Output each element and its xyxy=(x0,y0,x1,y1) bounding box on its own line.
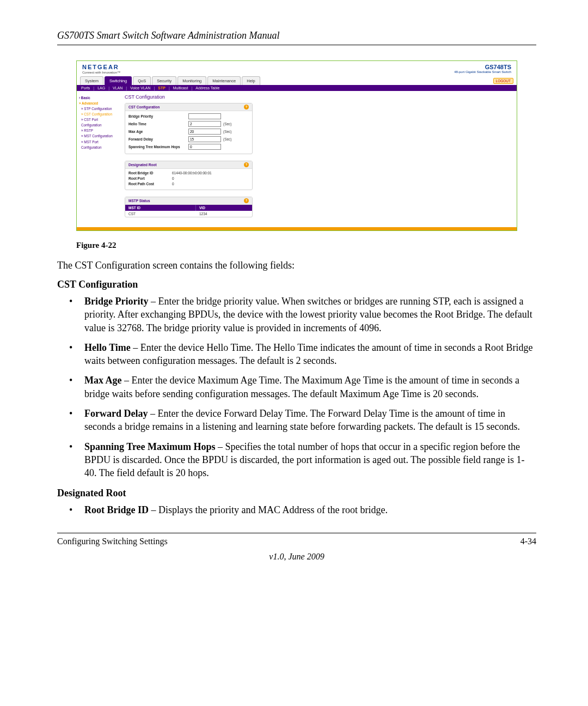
section-designated-root: Designated Root xyxy=(57,488,536,499)
sidebar-item-mst-port[interactable]: » MST Port Configuration xyxy=(79,139,118,150)
help-icon[interactable]: ? xyxy=(244,162,249,167)
lead-paragraph: The CST Configuration screen contains th… xyxy=(57,260,536,271)
hello-time-label: Hello Time xyxy=(128,122,188,126)
sidebar-basic[interactable]: › Basic xyxy=(79,95,118,101)
tab-qos[interactable]: QoS xyxy=(133,76,151,85)
logout-button[interactable]: LOGOUT xyxy=(493,78,513,84)
page-title: CST Configuration xyxy=(125,94,512,100)
footer: Configuring Switching Settings 4-34 xyxy=(57,533,536,546)
footer-stripe xyxy=(77,227,517,230)
def-max-hops: Spanning Tree Maximum Hops – Specifies t… xyxy=(79,440,536,480)
footer-page: 4-34 xyxy=(520,537,536,546)
help-icon[interactable]: ? xyxy=(244,105,249,109)
doc-title: GS700TS Smart Switch Software Administra… xyxy=(57,30,536,45)
section-cst-config: CST Configuration xyxy=(57,279,536,290)
tab-switching[interactable]: Switching xyxy=(105,76,132,85)
sidebar: › Basic » Advanced » STP Configuration »… xyxy=(77,91,120,227)
max-hops-input[interactable] xyxy=(188,144,221,150)
sidebar-item-stp-config[interactable]: » STP Configuration xyxy=(79,106,118,112)
sidebar-item-cst-port[interactable]: » CST Port Configuration xyxy=(79,117,118,128)
tab-maintenance[interactable]: Maintenance xyxy=(207,76,241,85)
netgear-logo: NETGEAR xyxy=(82,64,120,70)
cst-definitions: Bridge Priority – Enter the bridge prior… xyxy=(57,295,536,480)
max-hops-label: Spanning Tree Maximum Hops xyxy=(128,145,188,149)
sidebar-item-cst-config[interactable]: » CST Configuration xyxy=(79,112,118,117)
product-model: GS748TS xyxy=(454,64,511,70)
footer-section: Configuring Switching Settings xyxy=(57,537,168,546)
hello-time-unit: (Sec) xyxy=(223,122,232,126)
mstp-col-mstid: MST ID xyxy=(125,205,196,211)
forward-delay-unit: (Sec) xyxy=(223,137,232,141)
subnav-voicevlan[interactable]: Voice VLAN xyxy=(130,86,150,90)
def-max-age: Max Age – Enter the device Maximum Age T… xyxy=(79,374,536,400)
root-path-cost-value: 0 xyxy=(172,182,174,186)
root-path-cost-label: Root Path Cost xyxy=(128,182,172,186)
max-age-input[interactable] xyxy=(188,129,221,135)
tab-system[interactable]: System xyxy=(80,76,103,85)
root-port-label: Root Port xyxy=(128,176,172,180)
mstp-col-vid: VID xyxy=(196,205,252,211)
root-panel-head: Designated Root xyxy=(128,163,157,167)
root-bridge-id-value: 61440-00:00:b0:00:00:01 xyxy=(172,171,212,175)
main-tabs: System Switching QoS Security Monitoring… xyxy=(77,76,517,85)
footer-version: v1.0, June 2009 xyxy=(57,552,536,562)
bridge-priority-label: Bridge Priority xyxy=(128,114,188,118)
root-bridge-id-label: Root Bridge ID xyxy=(128,171,172,175)
sidebar-item-mst-config[interactable]: » MST Configuration xyxy=(79,133,118,139)
subnav-lag[interactable]: LAG xyxy=(97,86,105,90)
mstp-status-panel: MSTP Status ? MST ID VID CST 1234 xyxy=(125,197,253,217)
def-forward-delay: Forward Delay – Enter the device Forward… xyxy=(79,407,536,434)
tab-help[interactable]: Help xyxy=(242,76,260,85)
max-age-unit: (Sec) xyxy=(223,130,232,133)
root-port-value: 0 xyxy=(172,176,174,180)
screenshot-figure: NETGEAR Connect with Innovation™ GS748TS… xyxy=(76,60,517,231)
def-bridge-priority: Bridge Priority – Enter the bridge prior… xyxy=(79,295,536,334)
subnav-stp[interactable]: STP xyxy=(158,86,166,90)
cst-panel-head: CST Configuration xyxy=(128,105,160,109)
root-definitions: Root Bridge ID – Displays the priority a… xyxy=(57,503,536,516)
mstp-row-vid: 1234 xyxy=(196,211,210,217)
def-root-bridge-id: Root Bridge ID – Displays the priority a… xyxy=(79,503,536,516)
subnav-vlan[interactable]: VLAN xyxy=(113,86,122,90)
hello-time-input[interactable] xyxy=(188,121,221,127)
product-model-sub: 48-port Gigabit Stackable Smart Switch xyxy=(454,70,511,74)
cst-config-panel: CST Configuration ? Bridge Priority Hell… xyxy=(125,103,253,154)
tab-security[interactable]: Security xyxy=(152,76,176,85)
help-icon[interactable]: ? xyxy=(244,198,249,203)
figure-caption: Figure 4-22 xyxy=(76,241,517,250)
sidebar-advanced[interactable]: » Advanced xyxy=(79,101,118,106)
sidebar-item-rstp[interactable]: » RSTP xyxy=(79,128,118,133)
mstp-panel-head: MSTP Status xyxy=(128,199,150,203)
def-hello-time: Hello Time – Enter the device Hello Time… xyxy=(79,341,536,368)
forward-delay-input[interactable] xyxy=(188,136,221,142)
sub-nav: Ports| LAG| VLAN| Voice VLAN| STP| Multi… xyxy=(77,85,517,91)
forward-delay-label: Forward Delay xyxy=(128,137,188,141)
tab-monitoring[interactable]: Monitoring xyxy=(177,76,206,85)
max-age-label: Max Age xyxy=(128,130,188,133)
mstp-row-mstid: CST xyxy=(125,211,196,217)
designated-root-panel: Designated Root ? Root Bridge ID 61440-0… xyxy=(125,161,253,190)
subnav-ports[interactable]: Ports xyxy=(81,86,90,90)
subnav-multicast[interactable]: Multicast xyxy=(173,86,188,90)
brand-tagline: Connect with Innovation™ xyxy=(82,71,120,74)
bridge-priority-input[interactable] xyxy=(188,113,221,119)
subnav-addresstable[interactable]: Address Table xyxy=(195,86,219,90)
